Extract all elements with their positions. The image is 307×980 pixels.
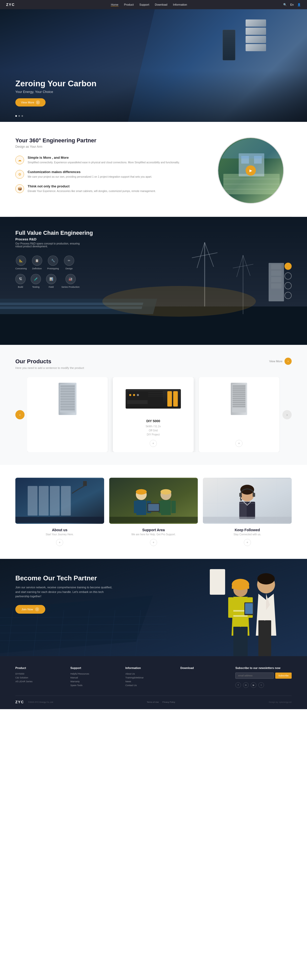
feature-item-3: 📦 Think not only the product Elevate You… (15, 185, 195, 193)
partner-circle-image: ▶ (217, 137, 284, 204)
footer-link-resources[interactable]: Helpful Resources (70, 673, 115, 675)
footer-link-manual[interactable]: Manual (70, 676, 115, 679)
svg-rect-46 (127, 400, 148, 404)
step-label-testing: Testing (32, 286, 40, 288)
svg-point-91 (240, 499, 242, 501)
step-label-build: Build (18, 286, 23, 288)
partner-section: Your 360° Engineering Partner Design as … (0, 122, 307, 216)
carousel-next-button[interactable]: › (282, 410, 292, 419)
cta-btn-arrow-icon: › (35, 607, 39, 611)
search-icon[interactable]: 🔍 (283, 3, 287, 6)
feature-item-2: ⚙ Customization makes differences We car… (15, 170, 195, 179)
nav-product[interactable]: Product (124, 3, 134, 6)
process-steps-row1: 📐 Conceiving 📋 Definition 🔧 Prototyping … (15, 256, 292, 270)
svg-rect-84 (148, 504, 159, 511)
product-card-1 (27, 377, 108, 452)
footer-email-input[interactable] (235, 673, 274, 679)
footer-link-diy5000[interactable]: DIY5000 (15, 673, 60, 675)
view-more: View More › (269, 358, 292, 365)
footer-link-warranty[interactable]: Warranty (70, 680, 115, 683)
youtube-icon[interactable]: ▶ (251, 682, 256, 688)
info-cards-section: About us Start Your Journey Here. + (0, 465, 307, 559)
about-card-button[interactable]: + (56, 539, 63, 546)
hero-dot-2[interactable] (18, 115, 20, 117)
footer-info-title: Information (125, 667, 170, 670)
feature-desc-2: We care your project as our own, providi… (28, 175, 152, 179)
footer-privacy-link[interactable]: Privacy Policy (163, 701, 175, 703)
lang-switch[interactable]: En (290, 3, 294, 6)
chain-content: Full Value Chain Engineering Process R&D… (0, 217, 307, 305)
hero-view-more-button[interactable]: View More › (15, 98, 46, 107)
carousel-prev-button[interactable]: ‹ (15, 410, 25, 419)
about-card-title: About us (52, 528, 68, 532)
twitter-icon[interactable]: t (258, 682, 264, 688)
follow-card-button[interactable]: + (244, 539, 251, 546)
product-image-3 (204, 382, 274, 415)
product-more-button-3[interactable]: + (235, 440, 242, 447)
partner-right: ▶ (210, 137, 292, 204)
svg-rect-116 (265, 620, 271, 656)
nav-logo: ZYC (6, 3, 15, 6)
hero-btn-arrow-icon: › (36, 100, 40, 105)
footer-link-news[interactable]: News (125, 680, 170, 683)
feature-title-1: Simple is More , and More (28, 156, 180, 159)
svg-rect-55 (233, 387, 245, 389)
footer-copyright: ©2023 ZYC Energy Co.,Ltd (28, 701, 53, 703)
hero-dot-1[interactable] (15, 115, 17, 117)
battery-unit (245, 36, 266, 43)
feature-icon-3: 📦 (15, 185, 24, 193)
svg-rect-59 (233, 396, 245, 397)
battery-unit (245, 19, 266, 27)
step-series: 🏭 Series Production (62, 274, 79, 288)
linkedin-icon[interactable]: in (243, 682, 248, 688)
svg-rect-71 (15, 517, 104, 523)
footer-terms-link[interactable]: Terms of Use (147, 701, 159, 703)
nav-support[interactable]: Support (139, 3, 149, 6)
step-icon-definition: 📋 (32, 256, 42, 266)
svg-rect-79 (160, 489, 171, 495)
footer-link-training[interactable]: Training&Webinar (125, 676, 170, 679)
footer-link-about[interactable]: About Us (125, 673, 170, 675)
hero-dot-3[interactable] (22, 115, 23, 117)
support-card-button[interactable]: + (150, 539, 157, 546)
step-icon-conceiving: 📐 (16, 256, 26, 266)
svg-rect-57 (233, 391, 245, 393)
cta-title: Become Our Tech Partner (15, 574, 112, 582)
chain-section: Full Value Chain Engineering Process R&D… (0, 217, 307, 345)
battery-stack (245, 19, 266, 51)
product-more-button-2[interactable]: + (150, 440, 157, 447)
footer-subscribe-button[interactable]: Subscribe (275, 673, 292, 679)
footer-link-lidar[interactable]: All LIDAR Series (15, 680, 60, 683)
cta-btn-label: Join Now (22, 608, 33, 611)
step-definition: 📋 Definition (32, 256, 42, 270)
footer-link-contact[interactable]: Contact Us (125, 684, 170, 687)
play-button[interactable]: ▶ (245, 165, 256, 176)
facebook-icon[interactable]: f (235, 682, 241, 688)
footer-support-title: Support (70, 667, 115, 670)
cta-join-button[interactable]: Join Now › (15, 605, 45, 614)
nav-information[interactable]: Information (173, 3, 187, 6)
footer-link-spare[interactable]: Spare Tools (70, 684, 115, 687)
feature-text-3: Think not only the product Elevate Your … (28, 185, 156, 193)
product-card-3: + (199, 377, 279, 452)
nav-home[interactable]: Home (111, 3, 118, 6)
products-desc: Here you need to add a sentence to modif… (15, 366, 292, 369)
user-icon[interactable]: 👤 (297, 3, 301, 6)
footer-bottom: ZYC ©2023 ZYC Energy Co.,Ltd Terms of Us… (15, 695, 292, 704)
hero-title: Zeroing Your Carbon (15, 79, 97, 88)
feature-item-1: ☁ Simple is More , and More Simplified c… (15, 156, 195, 164)
svg-rect-62 (233, 402, 245, 403)
view-more-label: View More (269, 360, 282, 363)
svg-rect-37 (60, 401, 75, 403)
view-more-button[interactable]: › (285, 358, 292, 365)
feature-text-1: Simple is More , and More Simplified con… (28, 156, 180, 164)
product-card-2: DIY 5000 5kWh / 51.2v Off Grid DIY Proje… (113, 377, 193, 452)
footer-link-ci-solution[interactable]: C&I Solution (15, 676, 60, 679)
nav-download[interactable]: Download (155, 3, 167, 6)
footer-subscribe-title: Subscribe to our newsletters now (235, 667, 292, 670)
step-build: 🏗 Build (15, 274, 25, 288)
follow-card-image (203, 478, 292, 524)
product-svg-slim (230, 382, 248, 415)
product-name-2: DIY 5000 (146, 419, 160, 423)
svg-rect-48 (173, 391, 178, 407)
